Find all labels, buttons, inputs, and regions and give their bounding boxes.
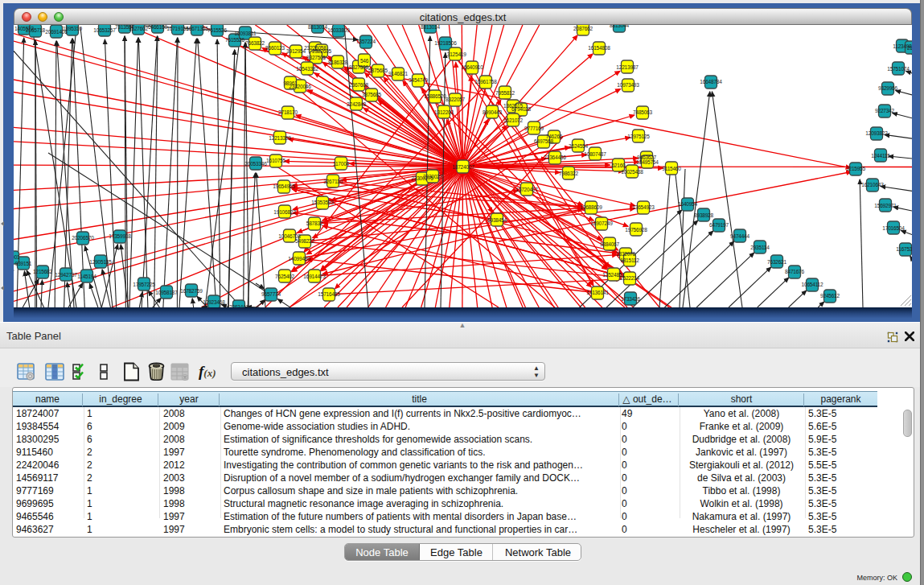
svg-text:62160: 62160 xyxy=(611,163,626,168)
svg-text:3267110: 3267110 xyxy=(323,179,343,184)
svg-text:15751074: 15751074 xyxy=(887,66,910,72)
svg-text:12942737: 12942737 xyxy=(55,272,77,278)
svg-text:1312203: 1312203 xyxy=(434,109,454,115)
svg-text:3875685: 3875685 xyxy=(362,92,381,97)
svg-text:1895310: 1895310 xyxy=(63,26,82,31)
svg-text:2522214: 2522214 xyxy=(620,275,639,281)
svg-text:1145194: 1145194 xyxy=(77,274,97,279)
svg-text:12213987: 12213987 xyxy=(616,64,639,70)
svg-text:9657774: 9657774 xyxy=(261,291,281,297)
svg-text:546: 546 xyxy=(360,58,369,64)
svg-text:10654112: 10654112 xyxy=(802,282,823,287)
svg-text:212: 212 xyxy=(907,45,912,51)
svg-text:3624554: 3624554 xyxy=(569,143,588,149)
svg-text:14099489: 14099489 xyxy=(288,256,310,262)
svg-text:1621072: 1621072 xyxy=(503,117,523,123)
svg-text:2242848: 2242848 xyxy=(347,101,366,107)
svg-text:9884067: 9884067 xyxy=(600,241,619,247)
svg-text:13654923: 13654923 xyxy=(632,204,655,210)
svg-text:8990443: 8990443 xyxy=(483,109,502,115)
svg-text:10688609: 10688609 xyxy=(580,204,602,210)
svg-text:7632621: 7632621 xyxy=(767,259,786,265)
svg-text:2935114: 2935114 xyxy=(750,245,770,250)
svg-text:1815112: 1815112 xyxy=(620,257,639,263)
svg-text:20206570: 20206570 xyxy=(72,235,94,241)
svg-text:12905135: 12905135 xyxy=(89,259,112,265)
svg-text:2263447: 2263447 xyxy=(229,304,248,307)
svg-text:1527602: 1527602 xyxy=(129,26,148,31)
svg-text:18907249: 18907249 xyxy=(590,220,613,226)
svg-text:8813014: 8813014 xyxy=(308,25,327,30)
svg-text:1167534: 1167534 xyxy=(896,246,912,252)
svg-text:18724007: 18724007 xyxy=(452,164,474,170)
svg-text:16093811: 16093811 xyxy=(235,31,257,36)
svg-text:7955812: 7955812 xyxy=(495,90,515,96)
svg-text:1832078: 1832078 xyxy=(616,251,635,257)
svg-text:10958187: 10958187 xyxy=(155,290,178,295)
svg-text:7625402: 7625402 xyxy=(275,274,294,279)
svg-text:1733426: 1733426 xyxy=(621,296,640,302)
svg-text:15353593: 15353593 xyxy=(311,200,334,205)
svg-text:18495754: 18495754 xyxy=(636,159,659,165)
svg-text:7515526: 7515526 xyxy=(225,37,244,43)
svg-text:3912954: 3912954 xyxy=(286,48,306,54)
svg-text:6938454: 6938454 xyxy=(487,217,507,223)
svg-text:5498222: 5498222 xyxy=(295,238,314,244)
svg-text:587832: 587832 xyxy=(306,220,323,226)
svg-text:8813044: 8813044 xyxy=(610,25,629,28)
svg-text:2330027: 2330027 xyxy=(423,174,442,179)
svg-text:16782759: 16782759 xyxy=(180,288,203,294)
svg-text:8186328: 8186328 xyxy=(328,60,347,65)
svg-text:8322057: 8322057 xyxy=(446,97,465,102)
svg-text:7357224: 7357224 xyxy=(356,39,376,44)
svg-text:17016504: 17016504 xyxy=(882,225,905,231)
svg-text:8938928: 8938928 xyxy=(694,212,713,218)
svg-text:21364436: 21364436 xyxy=(544,154,566,160)
svg-text:3454749: 3454749 xyxy=(409,77,428,83)
svg-text:9327506: 9327506 xyxy=(349,64,368,70)
svg-text:19756928: 19756928 xyxy=(625,227,647,233)
svg-text:1640954: 1640954 xyxy=(678,201,697,207)
svg-text:7515526: 7515526 xyxy=(207,27,227,33)
svg-text:14136141: 14136141 xyxy=(586,290,609,295)
svg-text:7986322: 7986322 xyxy=(559,171,578,176)
svg-text:13125419: 13125419 xyxy=(444,51,466,57)
svg-text:1610755: 1610755 xyxy=(266,158,285,163)
svg-text:117004: 117004 xyxy=(333,161,350,167)
svg-text:7663822: 7663822 xyxy=(245,40,265,46)
svg-text:3215955: 3215955 xyxy=(846,166,865,171)
svg-text:1215682: 1215682 xyxy=(33,269,52,274)
svg-text:2718170: 2718170 xyxy=(278,109,298,115)
svg-text:8471676: 8471676 xyxy=(785,269,804,274)
svg-text:6794028: 6794028 xyxy=(511,106,531,112)
svg-text:10025438: 10025438 xyxy=(621,169,643,175)
svg-text:6497568: 6497568 xyxy=(534,138,553,144)
svg-text:2087662: 2087662 xyxy=(573,26,593,31)
svg-text:20053346: 20053346 xyxy=(244,161,267,167)
svg-text:2367608: 2367608 xyxy=(349,82,368,88)
svg-text:9227342: 9227342 xyxy=(875,108,894,113)
svg-text:8660123: 8660123 xyxy=(265,45,285,51)
svg-text:16154808: 16154808 xyxy=(588,45,610,51)
svg-text:1244115: 1244115 xyxy=(871,153,890,159)
svg-text:7485063: 7485063 xyxy=(633,109,652,115)
svg-text:17359938: 17359938 xyxy=(109,233,131,239)
svg-text:12975125: 12975125 xyxy=(627,134,650,139)
svg-text:9327505: 9327505 xyxy=(306,55,326,60)
svg-text:10973493: 10973493 xyxy=(617,82,639,88)
svg-text:19106822: 19106822 xyxy=(273,209,296,215)
svg-text:9146821: 9146821 xyxy=(388,71,408,76)
svg-text:9777169: 9777169 xyxy=(524,126,544,131)
svg-text:15692971: 15692971 xyxy=(874,203,897,208)
svg-text:98961: 98961 xyxy=(283,80,298,86)
svg-text:16648784: 16648784 xyxy=(700,79,722,84)
svg-text:16961758: 16961758 xyxy=(474,79,497,84)
svg-text:12093822: 12093822 xyxy=(865,130,888,136)
svg-text:9115460: 9115460 xyxy=(662,166,681,171)
svg-text:17957225: 17957225 xyxy=(133,282,155,287)
svg-text:16671355: 16671355 xyxy=(186,26,208,31)
svg-text:2055718: 2055718 xyxy=(26,27,45,33)
svg-text:939151: 939151 xyxy=(15,261,32,266)
svg-text:19218506: 19218506 xyxy=(434,40,457,46)
svg-text:9329966: 9329966 xyxy=(878,85,897,91)
